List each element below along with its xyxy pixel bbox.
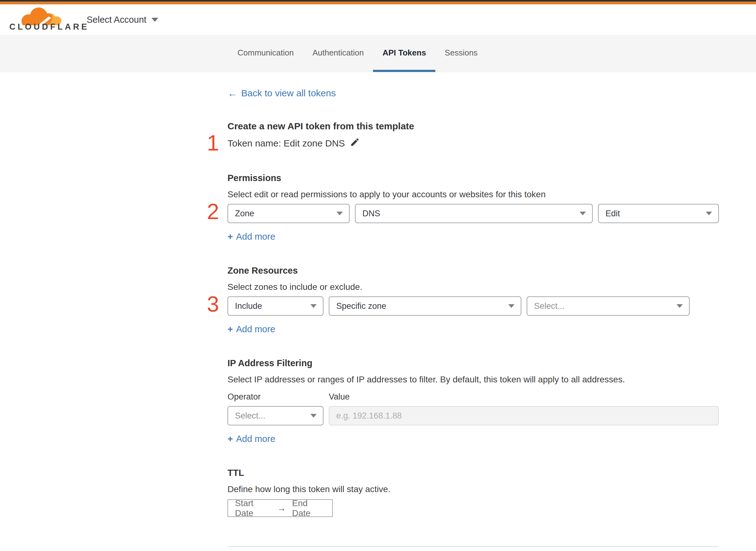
token-name-text: Token name: Edit zone DNS (227, 138, 345, 149)
ttl-title: TTL (227, 468, 719, 478)
step-3-badge: 3 (207, 295, 219, 314)
ttl-date-range-picker[interactable]: Start Date → End Date (227, 499, 333, 517)
ip-filtering-add-more-link[interactable]: + Add more (227, 434, 275, 444)
permissions-select-row: 2 Zone DNS Edit (227, 204, 719, 223)
account-selector[interactable]: Select Account (87, 15, 158, 25)
permission-scope-select[interactable]: Zone (227, 204, 349, 223)
zone-resources-title: Zone Resources (227, 265, 719, 276)
plus-icon: + (227, 231, 233, 242)
ip-filtering-field-labels: Operator Value (227, 392, 719, 402)
plus-icon: + (227, 324, 233, 335)
ip-filtering-add-more-label: Add more (236, 434, 275, 444)
zone-mode-value: Include (235, 302, 262, 311)
edit-token-name-button[interactable] (350, 137, 360, 149)
ttl-description: Define how long this token will stay act… (227, 484, 719, 494)
permission-resource-value: DNS (362, 209, 380, 218)
caret-down-icon (336, 211, 343, 215)
arrow-right-icon: → (277, 503, 286, 513)
token-name-line: 1 Token name: Edit zone DNS (227, 137, 719, 149)
end-date-placeholder: End Date (292, 498, 325, 518)
ip-value-input[interactable] (329, 406, 719, 425)
plus-icon: + (227, 434, 233, 444)
start-date-placeholder: Start Date (235, 498, 271, 518)
back-link-label: Back to view all tokens (241, 88, 335, 98)
ip-operator-select[interactable]: Select... (227, 406, 323, 425)
zone-picker-placeholder: Select... (534, 302, 565, 311)
ttl-section: TTL Define how long this token will stay… (227, 468, 719, 517)
permissions-add-more-label: Add more (236, 231, 275, 242)
permissions-description: Select edit or read permissions to apply… (227, 189, 719, 199)
ip-filtering-row: Select... (227, 406, 719, 425)
caret-down-icon (677, 304, 683, 308)
ip-filtering-section: IP Address Filtering Select IP addresses… (227, 358, 719, 444)
cloudflare-logo-text: CLOUDFLARE (9, 22, 89, 32)
permission-scope-value: Zone (235, 209, 254, 218)
account-selector-label: Select Account (87, 15, 146, 25)
caret-down-icon (151, 18, 158, 22)
back-arrow-icon: ← (227, 88, 237, 98)
permissions-title: Permissions (227, 173, 719, 183)
permissions-add-more-link[interactable]: + Add more (227, 231, 275, 242)
caret-down-icon (310, 414, 316, 418)
tab-api-tokens[interactable]: API Tokens (373, 36, 435, 72)
caret-down-icon (310, 304, 316, 308)
ip-filtering-title: IP Address Filtering (227, 358, 719, 368)
ip-operator-placeholder: Select... (235, 411, 265, 421)
tabs-group: Communication Authentication API Tokens … (228, 36, 487, 72)
caret-down-icon (706, 211, 712, 215)
tab-sessions[interactable]: Sessions (435, 36, 487, 72)
tab-bar: Communication Authentication API Tokens … (0, 36, 756, 72)
header: CLOUDFLARE Select Account (0, 4, 756, 36)
step-1-badge: 1 (207, 133, 219, 153)
footer-divider (227, 546, 719, 547)
zone-resources-section: Zone Resources Select zones to include o… (227, 265, 719, 335)
back-to-tokens-link[interactable]: ← Back to view all tokens (227, 88, 335, 98)
brand-top-bar (0, 2, 756, 4)
permissions-section: Permissions Select edit or read permissi… (227, 173, 719, 242)
permission-resource-select[interactable]: DNS (355, 204, 593, 223)
ip-filtering-description: Select IP addresses or ranges of IP addr… (227, 375, 719, 385)
permission-access-value: Edit (606, 209, 620, 218)
template-section: Create a new API token from this templat… (227, 121, 719, 149)
caret-down-icon (580, 211, 586, 215)
step-2-badge: 2 (207, 202, 219, 221)
permission-access-select[interactable]: Edit (598, 204, 719, 223)
tab-authentication[interactable]: Authentication (303, 36, 373, 72)
zone-type-value: Specific zone (336, 302, 387, 311)
main-content: ← Back to view all tokens Create a new A… (227, 72, 719, 551)
zone-resources-add-more-link[interactable]: + Add more (227, 324, 275, 335)
operator-column-label: Operator (227, 392, 329, 402)
value-column-label: Value (329, 392, 349, 402)
caret-down-icon (508, 304, 515, 308)
zone-mode-select[interactable]: Include (227, 297, 323, 316)
zone-resources-description: Select zones to include or exclude. (227, 282, 719, 292)
zone-resources-select-row: 3 Include Specific zone Select... (227, 297, 719, 316)
zone-resources-add-more-label: Add more (236, 324, 275, 335)
zone-type-select[interactable]: Specific zone (329, 297, 521, 316)
page-title: Create a new API token from this templat… (227, 121, 719, 131)
tab-communication[interactable]: Communication (228, 36, 303, 72)
zone-picker-select[interactable]: Select... (527, 297, 690, 316)
cloudflare-logo[interactable]: CLOUDFLARE (9, 6, 72, 34)
